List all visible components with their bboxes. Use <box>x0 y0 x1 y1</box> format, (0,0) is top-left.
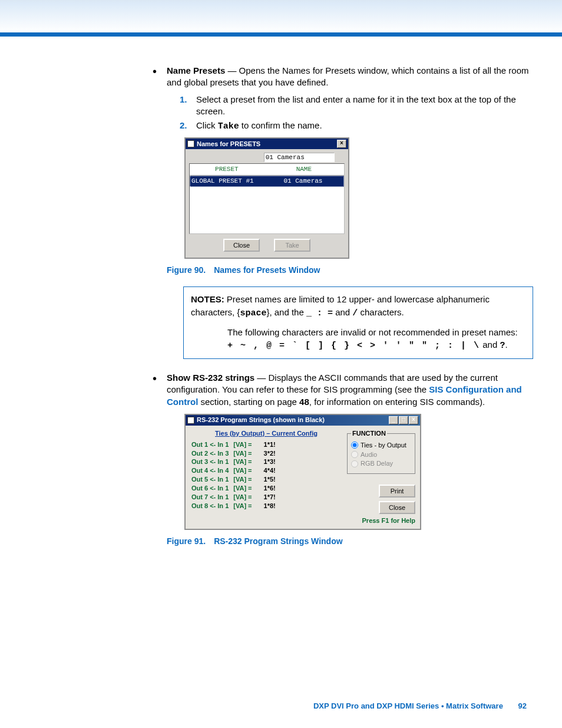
tie-val: 1*3! <box>257 457 280 466</box>
page-number: 92 <box>518 701 527 710</box>
tie-out: Out 6 <- In 1 <box>191 484 233 493</box>
opt1-label: Ties - by Output <box>361 441 406 450</box>
row-preset: GLOBAL PRESET #1 <box>191 177 264 186</box>
tie-val: 1*5! <box>257 475 280 484</box>
tie-va: [VA] = <box>233 440 256 449</box>
notes-p2c: . <box>505 340 507 350</box>
app-icon <box>187 417 194 424</box>
function-legend: FUNCTION <box>351 429 387 438</box>
rs232-descC: , for information on entering SIS comman… <box>309 397 485 407</box>
tie-va: [VA] = <box>233 449 256 458</box>
step-2: Click Take to confirm the name. <box>180 120 533 133</box>
notes-p2a: The following characters are invalid or … <box>227 327 518 337</box>
ties-row: Out 4 <- In 4[VA] =4*4! <box>191 466 280 475</box>
ties-row: Out 1 <- In 1[VA] =1*1! <box>191 440 280 449</box>
ties-row: Out 3 <- In 1[VA] =1*3! <box>191 457 280 466</box>
notes-p1d: characters. <box>358 307 404 317</box>
page-footer: DXP DVI Pro and DXP HDMI Series • Matrix… <box>313 701 527 710</box>
fig91-num: Figure 91. <box>167 536 206 546</box>
row-name: 01 Cameras <box>264 177 342 186</box>
tie-va: [VA] = <box>233 502 256 510</box>
preset-name-input[interactable] <box>264 153 335 162</box>
tie-out: Out 7 <- In 1 <box>191 493 233 502</box>
notes-p1c: and <box>333 307 352 317</box>
radio-rgb[interactable] <box>351 460 358 467</box>
ties-table: Out 1 <- In 1[VA] =1*1!Out 2 <- In 3[VA]… <box>191 440 280 510</box>
close-icon[interactable]: × <box>337 140 346 148</box>
notes-space: space <box>240 308 266 318</box>
close-button[interactable]: Close <box>379 501 415 514</box>
tie-val: 3*2! <box>257 449 280 458</box>
step-1: Select a preset from the list and enter … <box>180 94 533 118</box>
rs232-descB: section, starting on page <box>198 397 299 407</box>
radio-audio[interactable] <box>351 451 358 458</box>
figure-90-caption: Figure 90.Names for Presets Window <box>167 265 533 276</box>
page-ref: 48 <box>299 397 309 407</box>
take-button[interactable]: Take <box>274 239 310 252</box>
col-preset: PRESET <box>190 164 264 176</box>
ties-row: Out 2 <- In 3[VA] =3*2! <box>191 449 280 458</box>
ties-row: Out 8 <- In 1[VA] =1*8! <box>191 502 280 510</box>
footer-text: DXP DVI Pro and DXP HDMI Series • Matrix… <box>313 701 503 710</box>
tie-val: 1*6! <box>257 484 280 493</box>
opt-audio[interactable]: Audio <box>351 450 411 459</box>
notes-chars: _ : = <box>306 308 333 318</box>
tie-val: 4*4! <box>257 466 280 475</box>
notes-label: NOTES: <box>191 294 224 304</box>
fig91-text: RS-232 Program Strings Window <box>214 536 342 546</box>
names-for-presets-window: Names for PRESETS × PRESET NAME <box>184 137 349 259</box>
tie-va: [VA] = <box>233 475 256 484</box>
tie-val: 1*7! <box>257 493 280 502</box>
step-2-suffix: to confirm the name. <box>239 120 322 130</box>
tie-out: Out 3 <- In 1 <box>191 457 233 466</box>
opt-rgb-delay[interactable]: RGB Delay <box>351 459 411 468</box>
tie-out: Out 2 <- In 3 <box>191 449 233 458</box>
fig90-text: Names for Presets Window <box>214 265 320 275</box>
ties-row: Out 5 <- In 1[VA] =1*5! <box>191 475 280 484</box>
close-button[interactable]: Close <box>223 239 260 252</box>
window2-titlebar[interactable]: RS-232 Program Strings (shown in Black) … <box>186 415 420 426</box>
app-icon <box>187 140 194 147</box>
opt2-label: Audio <box>361 450 377 459</box>
notes-p1b: }, and the <box>266 307 306 317</box>
print-button[interactable]: Print <box>379 485 415 498</box>
ties-row: Out 6 <- In 1[VA] =1*6! <box>191 484 280 493</box>
opt3-label: RGB Delay <box>361 459 393 468</box>
step-1-text: Select a preset from the list and enter … <box>196 94 516 116</box>
ties-row: Out 7 <- In 1[VA] =1*7! <box>191 493 280 502</box>
tie-out: Out 4 <- In 4 <box>191 466 233 475</box>
radio-ties[interactable] <box>351 442 358 449</box>
show-rs232-label: Show RS-232 strings <box>167 373 254 383</box>
take-keyword: Take <box>218 121 239 131</box>
bullet-name-presets: Name Presets — Opens the Names for Prese… <box>150 65 533 359</box>
col-name: NAME <box>264 164 344 176</box>
tie-val: 1*1! <box>257 440 280 449</box>
window2-title: RS-232 Program Strings (shown in Black) <box>197 416 325 424</box>
notes-invalid-chars: + ~ , @ = ` [ ] { } < > ' ' " " ; : | \ <box>227 341 480 351</box>
window-titlebar[interactable]: Names for PRESETS × <box>186 139 348 149</box>
tie-va: [VA] = <box>233 466 256 475</box>
figure-91-caption: Figure 91.RS-232 Program Strings Window <box>167 536 533 547</box>
notes-box: NOTES: Preset names are limited to 12 up… <box>183 286 533 359</box>
step-2-prefix: Click <box>196 120 218 130</box>
ties-heading: Ties (by Output) – Current Config <box>191 429 341 438</box>
window-title: Names for PRESETS <box>197 140 260 149</box>
tie-val: 1*8! <box>257 502 280 510</box>
notes-p2b: and <box>480 340 500 350</box>
tie-va: [VA] = <box>233 484 256 493</box>
maximize-icon[interactable]: □ <box>399 416 408 424</box>
minimize-icon[interactable]: _ <box>389 416 398 424</box>
function-group: FUNCTION Ties - by Output Audio RGB Dela… <box>347 429 415 474</box>
preset-listbox[interactable]: PRESET NAME GLOBAL PRESET #1 01 Cameras <box>189 163 345 234</box>
notes-slash: / <box>352 308 358 318</box>
bullet-show-rs232: Show RS-232 strings — Displays the ASCII… <box>150 372 533 547</box>
help-hint: Press F1 for Help <box>347 516 415 525</box>
preset-row-selected[interactable]: GLOBAL PRESET #1 01 Cameras <box>190 176 344 187</box>
tie-va: [VA] = <box>233 457 256 466</box>
tie-out: Out 1 <- In 1 <box>191 440 233 449</box>
tie-out: Out 5 <- In 1 <box>191 475 233 484</box>
tie-out: Out 8 <- In 1 <box>191 502 233 510</box>
close-icon[interactable]: × <box>409 416 418 424</box>
opt-ties-by-output[interactable]: Ties - by Output <box>351 441 411 450</box>
tie-va: [VA] = <box>233 493 256 502</box>
